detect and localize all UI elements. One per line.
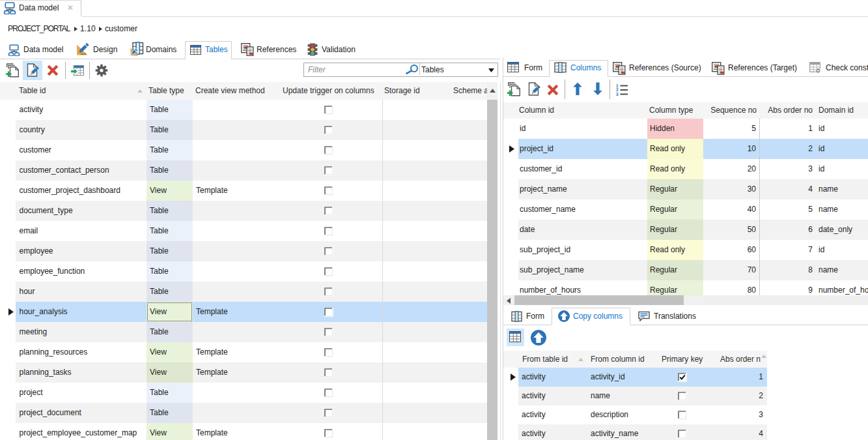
svg-text:3: 3 [616,92,619,96]
